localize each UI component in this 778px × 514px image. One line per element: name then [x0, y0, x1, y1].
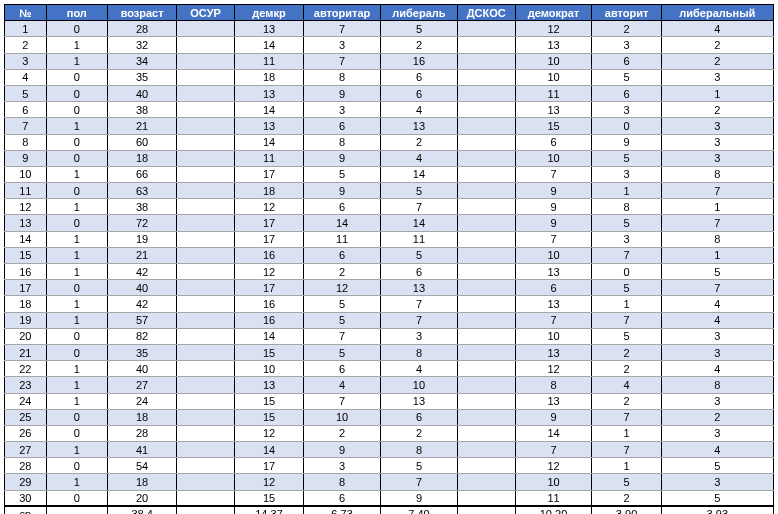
table-row: 2214010641224 [5, 361, 774, 377]
cell-osur [177, 312, 235, 328]
cell-libt: 3 [661, 328, 773, 344]
cell-libt: 5 [661, 458, 773, 474]
cell-pol: 0 [46, 490, 108, 506]
cell-age: 60 [108, 134, 177, 150]
cell-osur [177, 21, 235, 37]
cell-osur [177, 231, 235, 247]
cell-demt: 13 [515, 264, 592, 280]
cell-avt: 9 [304, 442, 381, 458]
cell-avt: 6 [304, 199, 381, 215]
cell-libt: 3 [661, 425, 773, 441]
summary-cell: 10,20 [515, 506, 592, 514]
cell-lib: 4 [381, 361, 458, 377]
cell-lib: 2 [381, 37, 458, 53]
cell-demt: 13 [515, 344, 592, 360]
cell-n: 6 [5, 102, 47, 118]
cell-demkr: 10 [234, 361, 303, 377]
cell-avtt: 2 [592, 361, 661, 377]
cell-age: 42 [108, 264, 177, 280]
cell-demt: 15 [515, 118, 592, 134]
cell-osur [177, 458, 235, 474]
cell-lib: 16 [381, 53, 458, 69]
cell-lib: 13 [381, 118, 458, 134]
cell-pol: 0 [46, 409, 108, 425]
cell-dskos [457, 328, 515, 344]
cell-avtt: 8 [592, 199, 661, 215]
cell-demt: 9 [515, 183, 592, 199]
cell-n: 15 [5, 247, 47, 263]
cell-lib: 7 [381, 296, 458, 312]
cell-avtt: 7 [592, 442, 661, 458]
cell-avt: 9 [304, 85, 381, 101]
cell-n: 16 [5, 264, 47, 280]
col-avt: авторитар [304, 5, 381, 21]
cell-libt: 2 [661, 409, 773, 425]
cell-demkr: 17 [234, 280, 303, 296]
cell-n: 1 [5, 21, 47, 37]
cell-dskos [457, 361, 515, 377]
cell-demkr: 14 [234, 442, 303, 458]
cell-dskos [457, 490, 515, 506]
cell-age: 38 [108, 102, 177, 118]
cell-dskos [457, 118, 515, 134]
cell-pol: 0 [46, 344, 108, 360]
table-row: 2805417351215 [5, 458, 774, 474]
cell-dskos [457, 102, 515, 118]
cell-avtt: 6 [592, 85, 661, 101]
cell-avtt: 3 [592, 166, 661, 182]
cell-pol: 1 [46, 53, 108, 69]
table-row: 1512116651071 [5, 247, 774, 263]
cell-osur [177, 361, 235, 377]
cell-demt: 14 [515, 425, 592, 441]
cell-demkr: 11 [234, 53, 303, 69]
cell-dskos [457, 409, 515, 425]
cell-n: 29 [5, 474, 47, 490]
cell-n: 19 [5, 312, 47, 328]
cell-n: 5 [5, 85, 47, 101]
cell-avt: 9 [304, 150, 381, 166]
cell-libt: 8 [661, 231, 773, 247]
table-row: 110631895917 [5, 183, 774, 199]
cell-n: 14 [5, 231, 47, 247]
cell-demkr: 15 [234, 490, 303, 506]
col-osur: ОСУР [177, 5, 235, 21]
cell-avtt: 1 [592, 425, 661, 441]
table-row: 121381267981 [5, 199, 774, 215]
cell-avt: 7 [304, 21, 381, 37]
cell-lib: 5 [381, 183, 458, 199]
cell-libt: 1 [661, 247, 773, 263]
cell-age: 40 [108, 361, 177, 377]
cell-age: 28 [108, 21, 177, 37]
cell-n: 17 [5, 280, 47, 296]
cell-avtt: 0 [592, 118, 661, 134]
cell-demkr: 17 [234, 231, 303, 247]
cell-osur [177, 166, 235, 182]
cell-lib: 7 [381, 312, 458, 328]
cell-age: 66 [108, 166, 177, 182]
cell-demt: 8 [515, 377, 592, 393]
cell-dskos [457, 344, 515, 360]
col-libt: либеральный [661, 5, 773, 21]
table-row: 191571657774 [5, 312, 774, 328]
cell-libt: 4 [661, 296, 773, 312]
cell-avtt: 1 [592, 458, 661, 474]
cell-avt: 2 [304, 425, 381, 441]
cell-dskos [457, 37, 515, 53]
cell-age: 34 [108, 53, 177, 69]
cell-n: 13 [5, 215, 47, 231]
cell-lib: 5 [381, 458, 458, 474]
cell-age: 35 [108, 69, 177, 85]
cell-avtt: 5 [592, 280, 661, 296]
cell-avt: 6 [304, 247, 381, 263]
cell-dskos [457, 247, 515, 263]
cell-age: 20 [108, 490, 177, 506]
cell-avtt: 2 [592, 393, 661, 409]
cell-avtt: 2 [592, 490, 661, 506]
cell-libt: 4 [661, 312, 773, 328]
cell-demkr: 13 [234, 21, 303, 37]
cell-dskos [457, 199, 515, 215]
cell-libt: 2 [661, 53, 773, 69]
cell-dskos [457, 150, 515, 166]
cell-lib: 14 [381, 215, 458, 231]
cell-demkr: 11 [234, 150, 303, 166]
